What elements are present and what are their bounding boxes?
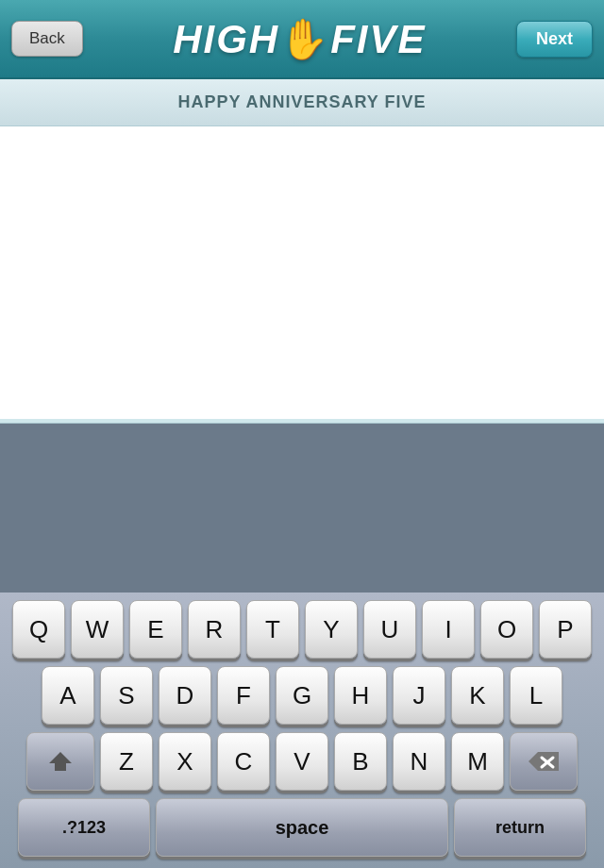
key-o[interactable]: O <box>480 600 533 659</box>
key-m[interactable]: M <box>451 732 504 791</box>
app-logo: HIGH✋FIVE <box>83 16 516 62</box>
key-k[interactable]: K <box>451 666 504 725</box>
key-z[interactable]: Z <box>100 732 153 791</box>
keyboard: Q W E R T Y U I O P A S D F G H J K L Z … <box>0 593 604 868</box>
shift-key[interactable] <box>26 732 94 791</box>
key-g[interactable]: G <box>276 666 328 725</box>
key-q[interactable]: Q <box>12 600 65 659</box>
message-body-input[interactable] <box>0 126 604 419</box>
message-title: HAPPY ANNIVERSARY FIVE <box>0 79 604 126</box>
key-e[interactable]: E <box>129 600 182 659</box>
key-a[interactable]: A <box>42 666 94 725</box>
key-w[interactable]: W <box>71 600 124 659</box>
key-f[interactable]: F <box>217 666 270 725</box>
key-d[interactable]: D <box>159 666 211 725</box>
shift-icon <box>47 748 74 775</box>
logo-five: FIVE <box>330 17 426 61</box>
back-button[interactable]: Back <box>11 21 83 57</box>
keyboard-row-1: Q W E R T Y U I O P <box>4 600 600 659</box>
key-n[interactable]: N <box>393 732 445 791</box>
logo-hand-icon: ✋ <box>279 17 330 61</box>
key-b[interactable]: B <box>334 732 387 791</box>
key-v[interactable]: V <box>276 732 328 791</box>
key-l[interactable]: L <box>510 666 562 725</box>
key-c[interactable]: C <box>217 732 270 791</box>
svg-marker-0 <box>49 752 72 771</box>
key-x[interactable]: X <box>159 732 211 791</box>
keyboard-row-4: .?123 space return <box>4 798 600 857</box>
keyboard-row-3: Z X C V B N M <box>4 732 600 791</box>
key-j[interactable]: J <box>393 666 445 725</box>
app-header: Back HIGH✋FIVE Next <box>0 0 604 79</box>
key-t[interactable]: T <box>246 600 299 659</box>
key-u[interactable]: U <box>363 600 416 659</box>
key-p[interactable]: P <box>539 600 592 659</box>
key-r[interactable]: R <box>188 600 241 659</box>
key-h[interactable]: H <box>334 666 387 725</box>
next-button[interactable]: Next <box>516 21 593 58</box>
return-key[interactable]: return <box>454 798 586 857</box>
key-s[interactable]: S <box>100 666 153 725</box>
logo-high: HIGH <box>173 17 279 61</box>
message-area: HAPPY ANNIVERSARY FIVE <box>0 79 604 424</box>
keyboard-row-2: A S D F G H J K L <box>4 666 600 725</box>
space-key[interactable]: space <box>156 798 448 857</box>
logo-text: HIGH✋FIVE <box>173 16 426 62</box>
delete-key[interactable] <box>510 732 578 791</box>
key-y[interactable]: Y <box>305 600 358 659</box>
numbers-key[interactable]: .?123 <box>18 798 150 857</box>
delete-icon <box>527 748 561 775</box>
key-i[interactable]: I <box>422 600 475 659</box>
